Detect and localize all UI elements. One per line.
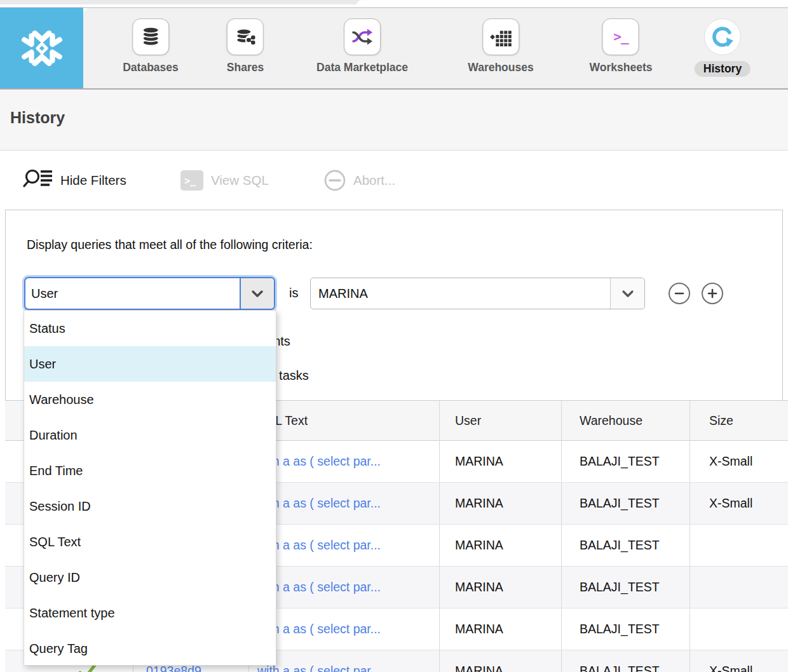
user-cell: MARINA xyxy=(440,650,562,672)
view-sql-label: View SQL xyxy=(211,173,269,188)
size-cell xyxy=(690,608,788,650)
remove-filter-button[interactable] xyxy=(669,283,690,304)
warehouse-cell: BALAJI_TEST xyxy=(562,525,690,566)
tab-worksheets-label: Worksheets xyxy=(590,61,653,74)
warehouse-cell: BALAJI_TEST xyxy=(562,608,690,650)
dropdown-option-query-tag[interactable]: Query Tag xyxy=(24,631,276,666)
filter-field-value: User xyxy=(25,278,240,309)
dropdown-option-status[interactable]: Status xyxy=(24,311,276,346)
criteria-heading: Display queries that meet all of the fol… xyxy=(27,238,313,252)
view-sql-button[interactable]: >_ View SQL xyxy=(180,151,269,210)
chevron-down-icon xyxy=(240,278,274,309)
warehouse-cell: BALAJI_TEST xyxy=(562,483,690,524)
history-icon xyxy=(704,18,741,55)
dropdown-option-query-id[interactable]: Query ID xyxy=(24,560,276,595)
header-size[interactable]: Size xyxy=(690,401,788,440)
dropdown-option-statement-type[interactable]: Statement type xyxy=(24,595,276,631)
filter-value-input[interactable] xyxy=(311,278,610,309)
tab-databases-label: Databases xyxy=(123,61,179,74)
add-filter-button[interactable] xyxy=(702,283,723,304)
operator-label: is xyxy=(289,286,298,300)
dropdown-option-duration[interactable]: Duration xyxy=(24,417,276,453)
size-cell xyxy=(690,567,788,608)
filter-search-icon xyxy=(23,168,53,193)
action-toolbar: Hide Filters >_ View SQL Abort... xyxy=(0,151,788,210)
warehouse-cell: BALAJI_TEST xyxy=(562,650,690,672)
snowflake-logo[interactable] xyxy=(0,8,83,88)
snowflake-icon xyxy=(19,25,65,71)
tab-history-label: History xyxy=(695,61,751,77)
page-header: History xyxy=(0,90,788,151)
size-cell xyxy=(690,525,788,566)
chevron-down-icon[interactable] xyxy=(610,278,644,309)
warehouse-cell: BALAJI_TEST xyxy=(562,441,690,482)
dropdown-option-user[interactable]: User xyxy=(24,346,276,382)
abort-minus-circle-icon xyxy=(323,169,346,192)
tab-shares-label: Shares xyxy=(227,61,264,74)
user-cell: MARINA xyxy=(440,608,562,650)
sql-text-cell: with a as ( select par... xyxy=(249,525,440,566)
view-sql-terminal-icon: >_ xyxy=(180,170,204,191)
header-sql-text[interactable]: SQL Text xyxy=(249,401,440,440)
user-cell: MARINA xyxy=(440,525,562,566)
filter-field-dropdown: Status User Warehouse Duration End Time … xyxy=(24,310,276,666)
databases-icon xyxy=(132,18,169,55)
size-cell: X-Small xyxy=(690,483,788,524)
user-cell: MARINA xyxy=(440,441,562,482)
tab-warehouses[interactable]: Warehouses xyxy=(468,8,533,88)
dropdown-option-warehouse[interactable]: Warehouse xyxy=(24,382,276,417)
tab-databases[interactable]: Databases xyxy=(123,8,179,88)
main-navbar: Databases Shares D xyxy=(0,8,788,88)
sql-text-cell: with a as ( select par... xyxy=(249,441,440,482)
sql-text-cell: with a as ( select par... xyxy=(249,483,440,524)
header-warehouse[interactable]: Warehouse xyxy=(562,401,690,440)
tab-data-marketplace[interactable]: Data Marketplace xyxy=(316,8,408,88)
header-user[interactable]: User xyxy=(440,401,562,440)
top-strip-corner xyxy=(356,0,788,7)
dropdown-option-session-id[interactable]: Session ID xyxy=(24,488,276,524)
user-cell: MARINA xyxy=(440,567,562,608)
tab-warehouses-label: Warehouses xyxy=(468,61,533,74)
sql-text-cell: with a as ( select par... xyxy=(249,650,440,672)
warehouses-icon xyxy=(482,18,519,55)
sql-text-cell: with a as ( select par... xyxy=(249,608,440,650)
page-title: History xyxy=(10,109,65,127)
browser-top-strip xyxy=(0,0,788,8)
top-strip-gray xyxy=(0,0,376,4)
user-cell: MARINA xyxy=(440,483,562,524)
svg-text:>_: >_ xyxy=(184,175,196,187)
data-marketplace-icon xyxy=(344,18,381,55)
abort-label: Abort... xyxy=(353,173,395,188)
dropdown-option-sql-text[interactable]: SQL Text xyxy=(24,524,276,560)
sql-text-cell: with a as ( select par... xyxy=(249,567,440,608)
warehouse-cell: BALAJI_TEST xyxy=(562,567,690,608)
dropdown-option-end-time[interactable]: End Time xyxy=(24,453,276,488)
tab-history[interactable]: History xyxy=(695,8,751,88)
minus-icon xyxy=(674,288,685,299)
tab-worksheets[interactable]: >_ Worksheets xyxy=(590,8,653,88)
filter-value-field xyxy=(310,278,645,309)
filter-field-select[interactable]: User xyxy=(24,277,275,310)
nav-panel xyxy=(83,8,788,88)
worksheets-icon: >_ xyxy=(602,18,639,55)
size-cell: X-Small xyxy=(690,650,788,672)
tab-data-marketplace-label: Data Marketplace xyxy=(316,61,408,74)
shares-icon xyxy=(227,18,264,55)
size-cell: X-Small xyxy=(690,441,788,482)
hide-filters-label: Hide Filters xyxy=(60,173,126,188)
tab-shares[interactable]: Shares xyxy=(227,8,264,88)
hide-filters-button[interactable]: Hide Filters xyxy=(23,151,126,210)
abort-button[interactable]: Abort... xyxy=(323,151,395,210)
plus-icon xyxy=(707,288,718,299)
